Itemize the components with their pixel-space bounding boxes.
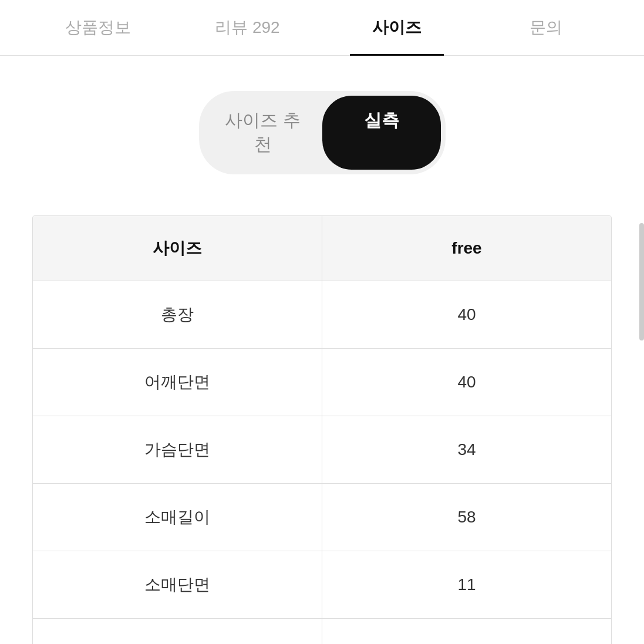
row-label: 총장 [33,281,322,349]
tab-review[interactable]: 리뷰 292 [173,0,322,55]
col-header-size: 사이즈 [33,216,322,281]
row-label: 소매단면 [33,551,322,619]
tab-product-info[interactable]: 상품정보 [23,0,173,55]
table-header-row: 사이즈 free [33,216,611,281]
table-row: 소매길이58 [33,484,611,551]
row-value: 15 [322,619,612,645]
table-row: 어깨단면40 [33,349,611,416]
row-value: 40 [322,349,612,416]
toggle-recommend[interactable]: 사이즈 추천 [204,96,322,170]
table-row: 소매단면11 [33,551,611,619]
tab-inquiry[interactable]: 문의 [471,0,621,55]
size-table-wrapper: 사이즈 free 총장40어깨단면40가슴단면34소매길이58소매단면11암홀단… [32,215,612,644]
row-value: 11 [322,551,612,619]
table-row: 총장40 [33,281,611,349]
row-label: 가슴단면 [33,416,322,484]
row-value: 40 [322,281,612,349]
tab-bar: 상품정보 리뷰 292 사이즈 문의 [0,0,644,56]
row-value: 34 [322,416,612,484]
row-label: 소매길이 [33,484,322,551]
tab-size[interactable]: 사이즈 [322,0,471,55]
row-label: 암홀단면 [33,619,322,645]
scrollbar[interactable] [639,223,644,340]
table-row: 가슴단면34 [33,416,611,484]
col-header-free: free [322,216,612,281]
size-table: 사이즈 free 총장40어깨단면40가슴단면34소매길이58소매단면11암홀단… [33,216,611,644]
row-label: 어깨단면 [33,349,322,416]
row-value: 58 [322,484,612,551]
toggle-actual[interactable]: 실측 [322,96,441,170]
toggle-container: 사이즈 추천 실측 [0,91,644,174]
table-row: 암홀단면15 [33,619,611,645]
toggle-pill: 사이즈 추천 실측 [199,91,446,174]
